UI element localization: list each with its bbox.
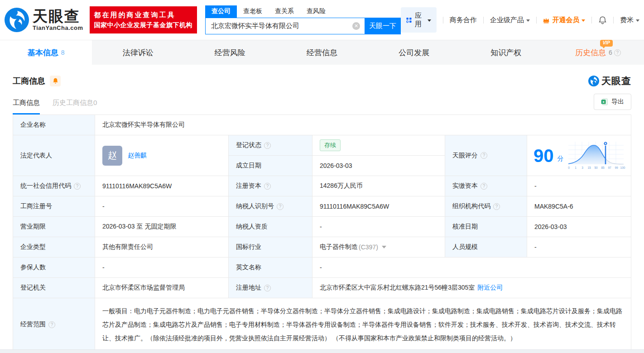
page-bottom-strip	[0, 349, 644, 353]
reg-status-label: 登记状态	[236, 141, 261, 149]
help-icon[interactable]: ?	[48, 321, 55, 328]
divider	[536, 17, 537, 24]
help-icon[interactable]: ?	[481, 152, 487, 159]
slogan-line1: 都在用的商业查询工具	[94, 10, 193, 20]
axis-tick: 3	[582, 166, 583, 169]
subtab-history-business-info[interactable]: 历史工商信息0	[53, 99, 97, 114]
search-tabs: 查公司 查老板 查关系 查风险	[205, 5, 401, 18]
watermark-text: 天眼查	[601, 75, 631, 87]
score-number: 90	[533, 147, 554, 165]
field-value-taxpayer-quality: -	[312, 217, 445, 237]
field-label-establish-date: 成立日期	[229, 156, 312, 176]
divider	[443, 17, 443, 24]
field-label-business-scope: 经营范围 ?	[13, 298, 95, 351]
tab-intellectual-property[interactable]: 知识产权	[460, 40, 552, 65]
field-value-english-name: -	[312, 258, 631, 277]
axis-tick: 97	[608, 166, 611, 169]
axis-tick: 99	[615, 166, 618, 169]
notification-bell-button[interactable]	[598, 16, 607, 24]
field-value-taxpayer-id: 91110116MAK89C5A6W	[312, 196, 445, 216]
field-label-industry: 国标行业	[229, 237, 312, 257]
tab-basic-info[interactable]: 基本信息 8	[0, 40, 92, 65]
chevron-down-icon	[636, 19, 639, 22]
help-icon[interactable]: ?	[264, 142, 271, 149]
field-label-paid-capital: 实缴资本 ?	[445, 176, 527, 196]
apps-grid-icon	[406, 16, 412, 24]
nav-enterprise-products[interactable]: 企业级产品	[490, 16, 530, 24]
help-icon[interactable]: ?	[74, 183, 81, 190]
brand-slogan-banner: 都在用的商业查询工具 国家中小企业发展子基金旗下机构	[90, 6, 197, 33]
business-info-table: 企业名称 北京宏微怀实半导体有限公司 法定代表人 赵 赵善麒 登记状态 ? 存续…	[13, 114, 631, 351]
field-value-credit-code: 91110116MAK89C5A6W	[95, 176, 228, 196]
vip-crown-icon	[543, 17, 550, 24]
tab-operating-info[interactable]: 经营信息	[276, 40, 368, 65]
export-button[interactable]: X 导出	[594, 94, 631, 110]
field-label-staff-size: 人员规模	[445, 237, 527, 257]
divider	[591, 17, 592, 24]
score-distribution-chart: 0 1 3 15 50 85 97 99 100	[567, 140, 625, 172]
header: 天眼查 TianYanCha.com 都在用的商业查询工具 国家中小企业发展子基…	[0, 0, 644, 40]
subtab-row: 工商信息 历史工商信息0 X 导出	[0, 87, 644, 114]
field-value-industry[interactable]: 电子器件制造 (C397)	[312, 237, 445, 257]
score-unit: 分	[557, 155, 564, 163]
bell-icon	[598, 16, 607, 24]
avatar[interactable]: 赵	[102, 146, 122, 166]
search-button[interactable]: 天眼一下	[365, 18, 401, 34]
subtab-business-info[interactable]: 工商信息	[13, 99, 40, 114]
logo-title: 天眼查	[33, 9, 83, 24]
logo[interactable]: 天眼查 TianYanCha.com	[5, 8, 83, 32]
user-menu[interactable]: 费米	[620, 16, 639, 24]
field-label-insured-count: 参保人数	[13, 258, 95, 277]
search-block: 查公司 查老板 查关系 查风险 ✕ 天眼一下	[205, 5, 401, 34]
help-icon[interactable]: ?	[264, 285, 271, 291]
field-value-business-term: 2026-03-03 至 无固定期限	[95, 217, 228, 237]
field-value-reg-number: -	[95, 196, 228, 216]
excel-icon: X	[601, 98, 608, 105]
axis-tick: 50	[594, 166, 598, 169]
field-value-paid-capital: -	[527, 176, 631, 196]
help-icon[interactable]: ?	[493, 203, 500, 210]
axis-tick: 1	[575, 166, 577, 169]
search-tab-risk[interactable]: 查风险	[300, 5, 332, 18]
field-value-company-type: 其他有限责任公司	[95, 237, 228, 257]
tianyancha-logo-icon	[5, 8, 29, 32]
nav-open-vip[interactable]: 开通会员	[543, 16, 585, 24]
field-value-reg-address: 北京市怀柔区大中富乐村北红螺东路21号56幢3层305室 附近公司	[312, 278, 631, 298]
enterprise-label: 企业级产品	[490, 16, 524, 24]
reg-capital-label: 注册资本	[236, 182, 261, 190]
field-label-reg-number: 工商注册号	[13, 196, 95, 216]
search-tab-company[interactable]: 查公司	[205, 5, 237, 18]
nav-cooperation[interactable]: 商务合作	[450, 16, 477, 24]
chevron-down-icon[interactable]	[382, 246, 386, 248]
field-label-taxpayer-id: 纳税人识别号 ?	[229, 196, 312, 216]
tab-company-development[interactable]: 公司发展	[368, 40, 460, 65]
chevron-down-icon	[428, 19, 431, 22]
nearby-companies-link[interactable]: 附近公司	[477, 284, 503, 292]
legal-rep-link[interactable]: 赵善麒	[128, 152, 147, 160]
axis-tick: 100	[620, 166, 625, 169]
field-value-business-scope: 一般项目：电力电子元器件制造；电力电子元器件销售；半导体分立器件制造；半导体分立…	[95, 298, 631, 351]
search-tab-relation[interactable]: 查关系	[269, 5, 300, 18]
apps-menu-button[interactable]: 应用	[401, 7, 437, 33]
tab-history-info[interactable]: VIP 历史信息 6 ?	[552, 40, 644, 65]
tab-operating-risk[interactable]: 经营风险	[184, 40, 276, 65]
field-value-score[interactable]: 90 分	[527, 135, 631, 176]
subscribe-bell-button[interactable]	[50, 76, 61, 86]
search-tab-boss[interactable]: 查老板	[237, 5, 269, 18]
help-icon[interactable]: ?	[277, 203, 284, 210]
apps-label: 应用	[415, 11, 424, 29]
field-label-reg-capital: 注册资本 ?	[229, 176, 312, 196]
reg-address-label: 注册地址	[236, 284, 261, 292]
field-label-legal-rep: 法定代表人	[13, 135, 95, 176]
tab-legal[interactable]: 法律诉讼	[92, 40, 184, 65]
search-input[interactable]	[205, 18, 365, 34]
org-code-label: 组织机构代码	[452, 202, 490, 210]
clear-search-icon[interactable]: ✕	[352, 22, 360, 30]
field-label-reg-status: 登记状态 ?	[229, 135, 312, 155]
help-icon[interactable]: ?	[264, 183, 271, 190]
field-value-reg-authority: 北京市怀柔区市场监督管理局	[95, 278, 228, 298]
field-label-english-name: 英文名称	[229, 258, 312, 277]
help-icon[interactable]: ?	[481, 183, 487, 190]
field-label-company-type: 企业类型	[13, 237, 95, 257]
help-icon[interactable]: ?	[614, 49, 621, 56]
